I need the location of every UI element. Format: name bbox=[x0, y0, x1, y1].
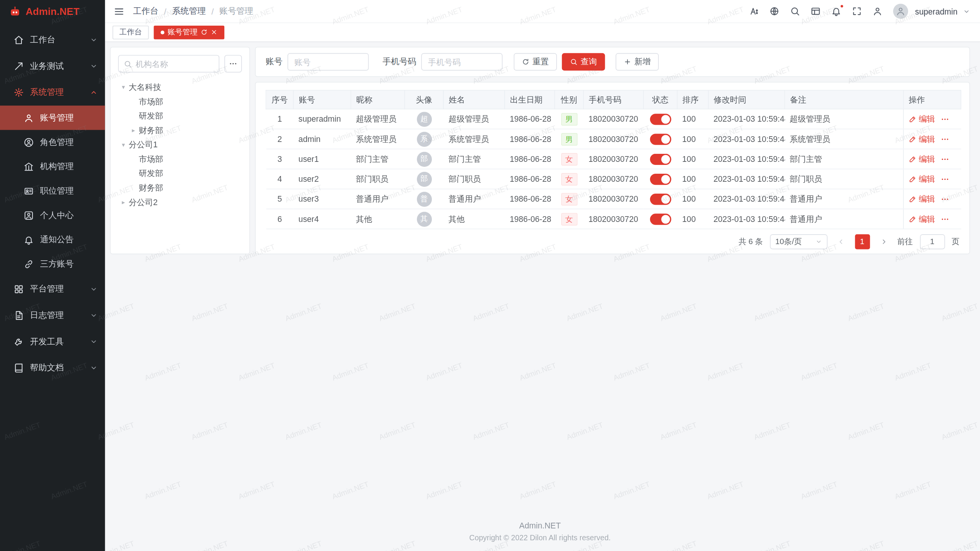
edit-button[interactable]: 编辑 bbox=[909, 173, 935, 184]
avatar[interactable] bbox=[893, 4, 908, 19]
tree-caret-icon[interactable]: ▾ bbox=[118, 84, 129, 91]
status-toggle[interactable] bbox=[650, 153, 671, 165]
next-page-button[interactable] bbox=[877, 234, 890, 249]
sidebar-item-role[interactable]: 角色管理 bbox=[0, 130, 105, 155]
cell-mtime: 2023-01-03 10:59:44 bbox=[709, 129, 785, 149]
sidebar-item-org[interactable]: 机构管理 bbox=[0, 154, 105, 179]
row-more-button[interactable] bbox=[941, 135, 949, 143]
tree-caret-icon[interactable]: ▸ bbox=[118, 199, 129, 205]
cell-birth: 1986-06-28 bbox=[505, 149, 555, 169]
content: ▾大名科技市场部研发部▸财务部▾分公司1市场部研发部财务部▸分公司2 账号 手机… bbox=[105, 42, 980, 551]
search-button[interactable]: 查询 bbox=[562, 53, 605, 71]
chevron-down-icon bbox=[90, 62, 98, 70]
goto-page-input[interactable] bbox=[920, 234, 944, 249]
account-input[interactable] bbox=[287, 53, 369, 71]
tree-node[interactable]: 市场部 bbox=[118, 152, 242, 166]
tab-refresh-icon[interactable] bbox=[201, 29, 207, 36]
org-tree-panel: ▾大名科技市场部研发部▸财务部▾分公司1市场部研发部财务部▸分公司2 bbox=[110, 47, 250, 254]
language-icon[interactable] bbox=[769, 6, 779, 16]
sidebar-item-account[interactable]: 账号管理 bbox=[0, 106, 105, 130]
tree-node[interactable]: 研发部 bbox=[118, 109, 242, 123]
sidebar-item-platform[interactable]: 平台管理 bbox=[0, 276, 105, 303]
tree-node[interactable]: ▾分公司1 bbox=[118, 137, 242, 152]
menu-collapse-icon[interactable] bbox=[114, 6, 124, 17]
account-settings-icon[interactable] bbox=[872, 6, 882, 16]
breadcrumb-item-system[interactable]: 系统管理 bbox=[172, 6, 206, 17]
edit-button[interactable]: 编辑 bbox=[909, 113, 935, 124]
search-icon[interactable] bbox=[790, 6, 800, 16]
col-header-status: 状态 bbox=[644, 90, 677, 109]
org-search-field bbox=[118, 55, 219, 73]
cell-account: user3 bbox=[294, 189, 351, 209]
edit-icon bbox=[909, 215, 916, 223]
status-toggle[interactable] bbox=[650, 113, 671, 124]
font-size-icon[interactable] bbox=[749, 6, 759, 16]
table-row: 2admin系统管理员系系统管理员1986-06-28男180200307201… bbox=[266, 129, 961, 149]
sidebar-item-devtools[interactable]: 开发工具 bbox=[0, 329, 105, 355]
fullscreen-icon[interactable] bbox=[852, 6, 862, 16]
tree-node-label: 市场部 bbox=[139, 153, 163, 165]
breadcrumb-item-workbench[interactable]: 工作台 bbox=[133, 6, 158, 17]
cell-remark: 部门主管 bbox=[785, 149, 903, 169]
notification-icon[interactable] bbox=[831, 6, 841, 16]
status-toggle[interactable] bbox=[650, 193, 671, 204]
sidebar-item-docs[interactable]: 帮助文档 bbox=[0, 355, 105, 381]
row-more-button[interactable] bbox=[941, 195, 949, 204]
tree-node[interactable]: 财务部 bbox=[118, 181, 242, 195]
org-search-input[interactable] bbox=[136, 59, 214, 68]
prev-page-button[interactable] bbox=[834, 234, 848, 249]
status-toggle[interactable] bbox=[650, 173, 671, 184]
tree-node[interactable]: ▸财务部 bbox=[118, 123, 242, 138]
work-row: ▾大名科技市场部研发部▸财务部▾分公司1市场部研发部财务部▸分公司2 账号 手机… bbox=[110, 47, 970, 254]
page-size-select[interactable]: 10条/页 bbox=[770, 234, 827, 249]
edit-button[interactable]: 编辑 bbox=[909, 214, 935, 225]
row-more-button[interactable] bbox=[941, 115, 949, 124]
edit-button[interactable]: 编辑 bbox=[909, 153, 935, 165]
row-more-button[interactable] bbox=[941, 155, 949, 163]
status-toggle[interactable] bbox=[650, 214, 671, 225]
cell-avatar: 超 bbox=[405, 109, 443, 129]
tab-account-management[interactable]: 账号管理 bbox=[154, 25, 224, 39]
phone-input[interactable] bbox=[421, 53, 502, 71]
edit-button[interactable]: 编辑 bbox=[909, 134, 935, 145]
sidebar-item-position[interactable]: 职位管理 bbox=[0, 179, 105, 203]
sidebar-item-thirdparty[interactable]: 三方账号 bbox=[0, 252, 105, 276]
cell-ops: 编辑 bbox=[903, 149, 961, 169]
cell-order: 100 bbox=[677, 189, 709, 209]
tree-node[interactable]: ▾大名科技 bbox=[118, 80, 242, 95]
app-root: Admin.NET 工作台业务测试系统管理账号管理角色管理机构管理职位管理个人中… bbox=[0, 0, 980, 551]
sidebar-item-system[interactable]: 系统管理 bbox=[0, 79, 105, 106]
page-1-button[interactable]: 1 bbox=[855, 234, 870, 249]
sidebar-item-workbench[interactable]: 工作台 bbox=[0, 27, 105, 53]
reset-button[interactable]: 重置 bbox=[514, 53, 557, 71]
main-area: 工作台 / 系统管理 / 账号管理 superadmin 工作台 bbox=[105, 0, 980, 551]
sidebar-item-log[interactable]: 日志管理 bbox=[0, 302, 105, 329]
layout-icon[interactable] bbox=[811, 6, 821, 16]
tree-node[interactable]: 研发部 bbox=[118, 166, 242, 181]
cell-phone: 18020030720 bbox=[583, 169, 644, 189]
tab-workbench[interactable]: 工作台 bbox=[113, 25, 149, 39]
add-button[interactable]: 新增 bbox=[616, 53, 659, 71]
tab-close-icon[interactable] bbox=[211, 29, 217, 36]
chevron-down-icon[interactable] bbox=[963, 8, 970, 15]
edit-label: 编辑 bbox=[919, 214, 935, 225]
tree-node[interactable]: ▸分公司2 bbox=[118, 195, 242, 209]
tree-caret-icon[interactable]: ▸ bbox=[128, 127, 139, 134]
tree-node-label: 研发部 bbox=[139, 168, 163, 179]
sidebar-item-profile[interactable]: 个人中心 bbox=[0, 203, 105, 228]
sidebar-item-notice[interactable]: 通知公告 bbox=[0, 227, 105, 252]
cell-name: 部门职员 bbox=[443, 169, 505, 189]
row-more-button[interactable] bbox=[941, 215, 949, 223]
row-more-button[interactable] bbox=[941, 174, 949, 183]
edit-button[interactable]: 编辑 bbox=[909, 193, 935, 204]
tree-caret-icon[interactable]: ▾ bbox=[118, 141, 129, 148]
cell-order: 100 bbox=[677, 169, 709, 189]
status-toggle[interactable] bbox=[650, 134, 671, 145]
sidebar-item-business-test[interactable]: 业务测试 bbox=[0, 53, 105, 80]
logo[interactable]: Admin.NET bbox=[0, 0, 105, 23]
tree-node[interactable]: 市场部 bbox=[118, 95, 242, 109]
col-header-nickname: 昵称 bbox=[351, 90, 405, 109]
tree-more-button[interactable] bbox=[224, 55, 242, 73]
row-actions: 编辑 bbox=[909, 193, 949, 204]
username[interactable]: superadmin bbox=[915, 7, 957, 16]
